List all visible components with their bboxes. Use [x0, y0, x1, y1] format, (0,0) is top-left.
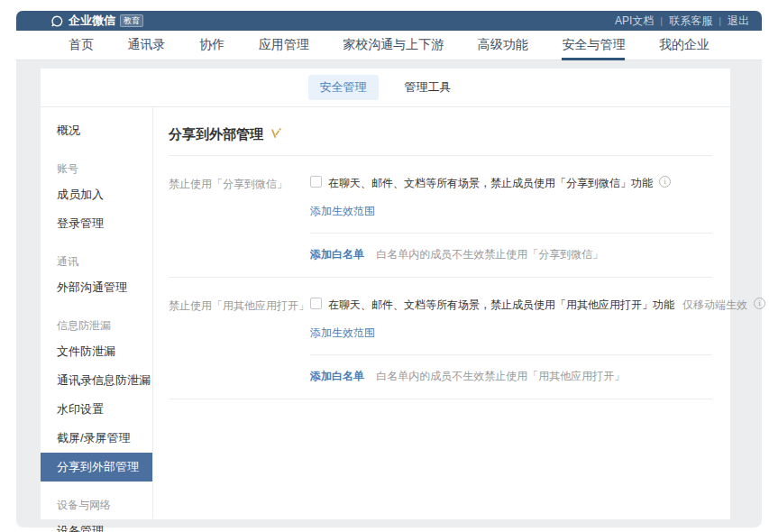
forbid-share-to-wechat-checkbox[interactable] — [310, 176, 322, 188]
add-whitelist-link[interactable]: 添加白名单 — [310, 248, 364, 261]
content-panel: 安全管理 管理工具 概况 账号 成员加入 登录管理 通讯 外部沟通管理 信息防泄… — [16, 60, 762, 527]
topbar-links: API文档 联系客服 退出 — [615, 14, 749, 29]
checkbox-label: 在聊天、邮件、文档等所有场景，禁止成员使用「分享到微信」功能 — [328, 176, 653, 191]
setting-row-share-to-wechat: 禁止使用「分享到微信」 在聊天、邮件、文档等所有场景，禁止成员使用「分享到微信」… — [169, 156, 712, 277]
main-card: 安全管理 管理工具 概况 账号 成员加入 登录管理 通讯 外部沟通管理 信息防泄… — [41, 69, 730, 519]
setting-row-open-with-other-apps: 禁止使用「用其他应用打开」 在聊天、邮件、文档等所有场景，禁止成员使用「用其他应… — [169, 278, 712, 399]
whitelist-description: 白名单内的成员不生效禁止使用「分享到微信」 — [376, 248, 603, 261]
divider — [169, 399, 712, 399]
sidebar-item-overview[interactable]: 概况 — [41, 116, 152, 145]
sidebar-item-share-to-external[interactable]: 分享到外部管理 — [41, 453, 152, 482]
tab-manage-tools[interactable]: 管理工具 — [393, 75, 463, 100]
nav-item-my-company[interactable]: 我的企业 — [659, 31, 709, 60]
nav-item-app-management[interactable]: 应用管理 — [259, 31, 309, 60]
brand-name: 企业微信 — [69, 13, 115, 29]
forbid-open-with-other-apps-checkbox[interactable] — [310, 298, 322, 309]
logout-link[interactable]: 退出 — [728, 14, 749, 29]
api-docs-link[interactable]: API文档 — [615, 14, 654, 29]
sidebar-item-watermark-settings[interactable]: 水印设置 — [41, 395, 152, 424]
secondary-tabs: 安全管理 管理工具 — [41, 69, 730, 107]
new-feature-sparkle-icon — [270, 127, 282, 143]
forbid-open-with-other-apps-option: 在聊天、邮件、文档等所有场景，禁止成员使用「用其他应用打开」功能 仅移动端生效 — [310, 278, 712, 313]
add-whitelist-link[interactable]: 添加白名单 — [310, 370, 364, 382]
settings-sidebar: 概况 账号 成员加入 登录管理 通讯 外部沟通管理 信息防泄漏 文件防泄漏 通讯… — [41, 107, 153, 518]
info-icon[interactable] — [754, 298, 765, 309]
nav-item-security-management[interactable]: 安全与管理 — [562, 31, 625, 60]
edition-badge: 教育 — [120, 14, 143, 27]
separator — [660, 14, 663, 27]
nav-item-contacts[interactable]: 通讯录 — [128, 31, 166, 60]
nav-item-home[interactable]: 首页 — [69, 31, 94, 60]
sidebar-section-device-network: 设备与网络 — [41, 492, 152, 517]
settings-content: 分享到外部管理 禁止使用「分享到微信」 — [153, 107, 730, 518]
setting-label: 禁止使用「分享到微信」 — [169, 156, 310, 277]
sidebar-item-device-management[interactable]: 设备管理 — [41, 517, 152, 532]
wecom-logo-icon — [50, 14, 64, 28]
sidebar-item-login-management[interactable]: 登录管理 — [41, 209, 152, 238]
brand[interactable]: 企业微信 教育 — [50, 13, 143, 29]
info-icon[interactable] — [659, 176, 671, 188]
tab-security-manage[interactable]: 安全管理 — [308, 75, 379, 100]
whitelist-row: 添加白名单 白名单内的成员不生效禁止使用「用其他应用打开」 — [310, 355, 712, 399]
whitelist-description: 白名单内的成员不生效禁止使用「用其他应用打开」 — [376, 370, 625, 382]
nav-item-advanced-features[interactable]: 高级功能 — [478, 31, 528, 60]
card-body: 概况 账号 成员加入 登录管理 通讯 外部沟通管理 信息防泄漏 文件防泄漏 通讯… — [41, 107, 730, 518]
forbid-share-to-wechat-option: 在聊天、邮件、文档等所有场景，禁止成员使用「分享到微信」功能 — [310, 156, 712, 191]
sidebar-item-contacts-leak-prevention[interactable]: 通讯录信息防泄漏 — [41, 366, 152, 395]
topbar: 企业微信 教育 API文档 联系客服 退出 — [16, 11, 762, 31]
nav-item-collaboration[interactable]: 协作 — [199, 31, 224, 60]
primary-nav: 首页 通讯录 协作 应用管理 家校沟通与上下游 高级功能 安全与管理 我的企业 — [16, 31, 762, 60]
mobile-only-note: 仅移动端生效 — [682, 298, 747, 313]
page-title: 分享到外部管理 — [169, 126, 263, 143]
nav-item-school-upstream[interactable]: 家校沟通与上下游 — [343, 31, 444, 60]
sidebar-section-account: 账号 — [41, 156, 152, 180]
contact-support-link[interactable]: 联系客服 — [669, 14, 712, 29]
sidebar-item-external-communication[interactable]: 外部沟通管理 — [41, 273, 152, 302]
sidebar-section-communication: 通讯 — [41, 249, 152, 273]
app-shell: 企业微信 教育 API文档 联系客服 退出 首页 通讯录 协作 应用管理 家校沟… — [16, 11, 762, 527]
sidebar-item-file-leak-prevention[interactable]: 文件防泄漏 — [41, 337, 152, 366]
setting-label: 禁止使用「用其他应用打开」 — [169, 278, 310, 399]
whitelist-row: 添加白名单 白名单内的成员不生效禁止使用「分享到微信」 — [310, 234, 712, 277]
sidebar-item-screenshot-recording[interactable]: 截屏/录屏管理 — [41, 424, 152, 453]
add-effective-scope-link[interactable]: 添加生效范围 — [310, 204, 375, 219]
sidebar-section-info-leak-prevention: 信息防泄漏 — [41, 313, 152, 337]
title-row: 分享到外部管理 — [169, 118, 712, 156]
checkbox-label: 在聊天、邮件、文档等所有场景，禁止成员使用「用其他应用打开」功能 — [328, 298, 674, 313]
add-effective-scope-link[interactable]: 添加生效范围 — [310, 326, 375, 341]
sidebar-item-member-join[interactable]: 成员加入 — [41, 180, 152, 209]
separator — [719, 14, 721, 27]
